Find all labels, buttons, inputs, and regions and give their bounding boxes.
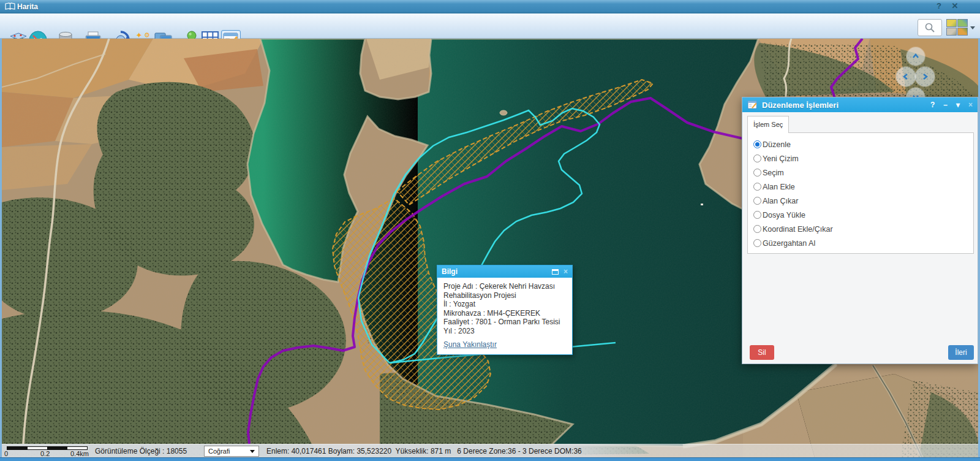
title-bar: Harita ? ✕: [0, 0, 980, 13]
radio-button[interactable]: [753, 225, 761, 233]
basemap-gallery-button[interactable]: [946, 19, 968, 36]
window-bottom-border: [0, 457, 980, 461]
zoom-to-link[interactable]: Şuna Yakınlaştır: [443, 340, 566, 349]
radio-yeni-cizim[interactable]: Yeni Çizim: [753, 151, 973, 166]
coordinates-text: Enlem: 40,017461 Boylam: 35,523220 Yükse…: [266, 447, 582, 455]
scale-label-mid: 0.2: [40, 450, 50, 457]
radio-button[interactable]: [753, 169, 761, 177]
info-line-microbasin: Mikrohavza : MH4-ÇEKEREK: [443, 309, 566, 318]
map-canvas[interactable]: Bilgi × Proje Adı : Çekerek Nehri Havzas…: [2, 39, 978, 457]
info-popup: Bilgi × Proje Adı : Çekerek Nehri Havzas…: [437, 265, 573, 355]
panel-help-button[interactable]: ?: [930, 101, 935, 109]
radio-dosya-yukle[interactable]: Dosya Yükle: [753, 208, 973, 222]
coordinate-system-select[interactable]: Coğrafi: [204, 446, 259, 457]
delete-button[interactable]: Sil: [750, 345, 774, 360]
coordinate-system-value: Coğrafi: [208, 448, 230, 455]
panel-close-button[interactable]: ×: [968, 101, 973, 109]
application-window: Harita ? ✕ ✂: [0, 0, 980, 461]
svg-text:⚙: ⚙: [144, 31, 150, 39]
edit-operations-panel: Düzenleme İşlemleri ? – ▾ × İşlem Seç Dü…: [742, 97, 978, 364]
scale-label-0: 0: [4, 450, 8, 457]
window-title: Harita: [17, 2, 38, 11]
info-line-activity: Faaliyet : 7801 - Orman Parkı Tesisi: [443, 318, 566, 327]
pan-up-button[interactable]: [907, 47, 925, 66]
radio-guzergahtan-al[interactable]: Güzergahtan Al: [753, 236, 973, 250]
basemap-thumb-2: [957, 19, 968, 27]
maximize-icon[interactable]: [552, 269, 559, 275]
basemap-thumb-3: [946, 28, 957, 36]
info-line-province: İl : Yozgat: [443, 300, 566, 309]
view-scale-text: Görüntüleme Ölçeği : 18055: [95, 447, 187, 455]
basemap-dropdown[interactable]: [970, 26, 975, 29]
radio-button[interactable]: [753, 154, 761, 162]
radio-button[interactable]: [753, 140, 761, 148]
pan-left-button[interactable]: [896, 67, 916, 86]
panel-title: Düzenleme İşlemleri: [762, 101, 922, 110]
radio-duzenle[interactable]: Düzenle: [753, 137, 973, 151]
map-book-icon: [5, 2, 15, 10]
info-line-year: Yıl : 2023: [443, 327, 566, 336]
tab-islem-sec[interactable]: İşlem Seç: [747, 116, 789, 133]
radio-button[interactable]: [753, 239, 761, 247]
chevron-up-icon: [911, 52, 920, 61]
radio-button[interactable]: [753, 211, 761, 219]
radio-secim[interactable]: Seçim: [753, 166, 973, 180]
panel-minimize-button[interactable]: –: [943, 101, 948, 109]
status-bar: 0 0.2 0.4km Görüntüleme Ölçeği : 18055 C…: [2, 444, 978, 457]
search-button[interactable]: [918, 19, 942, 36]
radio-button[interactable]: [753, 197, 761, 205]
select-caret-icon: [250, 450, 255, 453]
operation-options-box: Düzenle Yeni Çizim Seçim Alan Ekle Alan …: [747, 132, 974, 254]
info-popup-body: Proje Adı : Çekerek Nehri Havzası Rehabi…: [437, 278, 572, 354]
next-button[interactable]: İleri: [948, 345, 974, 360]
toolbar: ✂: [0, 13, 980, 39]
chevron-right-icon: [921, 72, 929, 81]
basemap-thumb-1: [946, 19, 957, 27]
radio-alan-ekle[interactable]: Alan Ekle: [753, 180, 973, 194]
window-help-button[interactable]: ?: [933, 1, 944, 10]
radio-koordinat-ekle-cikar[interactable]: Koordinat Ekle/Çıkar: [753, 222, 973, 236]
panel-collapse-button[interactable]: ▾: [956, 101, 960, 109]
edit-form-icon: [747, 100, 758, 110]
pan-right-button[interactable]: [915, 67, 935, 86]
radio-button[interactable]: [753, 183, 761, 191]
window-close-button[interactable]: ✕: [949, 1, 960, 10]
radio-alan-cikar[interactable]: Alan Çıkar: [753, 194, 973, 208]
scale-label-max: 0.4km: [70, 450, 89, 457]
info-popup-title: Bilgi: [442, 267, 552, 276]
info-popup-header[interactable]: Bilgi ×: [437, 265, 572, 278]
info-line-project: Proje Adı : Çekerek Nehri Havzası Rehabi…: [443, 282, 566, 300]
info-close-icon[interactable]: ×: [564, 267, 568, 276]
basemap-thumb-4: [957, 28, 968, 36]
search-icon: [924, 22, 935, 33]
panel-header[interactable]: Düzenleme İşlemleri ? – ▾ ×: [742, 97, 978, 112]
chevron-left-icon: [902, 72, 910, 81]
